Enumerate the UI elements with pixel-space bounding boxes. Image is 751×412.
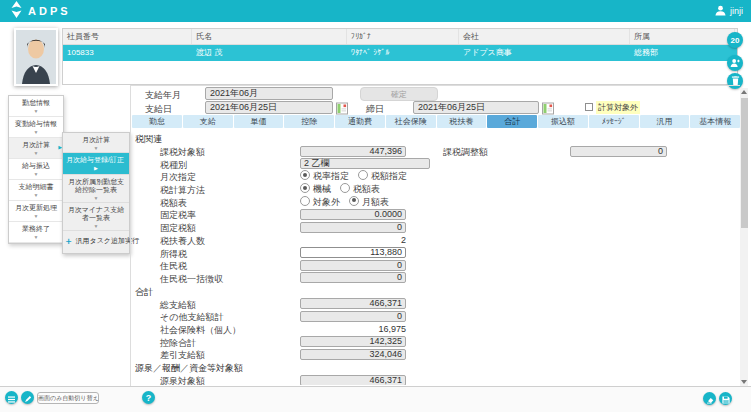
- radio-月額表[interactable]: [349, 196, 359, 206]
- chevron-down-icon: ▼: [9, 171, 63, 177]
- employee-selected-row[interactable]: 105833渡辺 茂ﾜﾀﾅﾍﾞ ｼｹﾞﾙアドプス商事総務部: [63, 45, 737, 61]
- radio-税額指定[interactable]: [358, 170, 368, 180]
- field-源泉対象額: 466,371: [300, 375, 406, 386]
- scrollbar-thumb[interactable]: [741, 98, 748, 228]
- save-button[interactable]: [719, 392, 732, 405]
- sidebar-item-label: 支給明細書: [9, 183, 63, 191]
- sidebar-submenu: 月次計算▼月次給与登録/訂正 ▶月次所属別勤怠支給控除一覧表▼月次マイナス支給者…: [62, 132, 130, 254]
- radio-label: 税額指定: [371, 171, 407, 181]
- question-icon: ?: [146, 393, 152, 403]
- save-icon: [722, 390, 730, 408]
- form-row: 税額表対象外月額表: [132, 196, 738, 209]
- add-employee-button[interactable]: [727, 55, 743, 71]
- form-row: 所得税113,880: [132, 247, 738, 260]
- tab-税扶養[interactable]: 税扶養: [437, 115, 487, 128]
- pay-date-calendar-icon[interactable]: [336, 101, 348, 114]
- form-row: 月次指定税率指定税額指定: [132, 170, 738, 183]
- sidebar-item-給与振込[interactable]: 給与振込▼: [9, 159, 63, 180]
- tab-社会保険[interactable]: 社会保険: [386, 115, 436, 128]
- radio-label: 税率指定: [313, 171, 349, 181]
- scroll-down-arrow[interactable]: [741, 380, 747, 384]
- form-row: 固定税額0: [132, 221, 738, 234]
- submenu-item-月次計算[interactable]: 月次計算▼: [63, 133, 129, 153]
- field-label: 源泉対象額: [160, 375, 205, 385]
- submenu-item-月次所属別勤怠支給控除一覧表[interactable]: 月次所属別勤怠支給控除一覧表▼: [63, 175, 129, 203]
- section-title: 合計: [132, 285, 738, 298]
- plus-icon: ＋: [64, 236, 76, 246]
- user-icon: [715, 2, 726, 20]
- tab-振込額[interactable]: 振込額: [538, 115, 588, 128]
- employee-column-header: 会社: [459, 29, 630, 44]
- tab-合計[interactable]: 合計: [487, 115, 537, 128]
- sidebar-item-月次更新処理[interactable]: 月次更新処理▼: [9, 201, 63, 222]
- submenu-item-label: 月次給与登録/訂正 ▶: [65, 156, 127, 173]
- user-menu[interactable]: jinji: [715, 0, 743, 22]
- sidebar-item-変動給与情報[interactable]: 変動給与情報▼: [9, 117, 63, 138]
- user-name: jinji: [730, 6, 743, 16]
- tab-控除[interactable]: 控除: [284, 115, 334, 128]
- pay-month-field: 2021年06月: [205, 87, 333, 100]
- submenu-item-月次給与登録/訂正[interactable]: 月次給与登録/訂正 ▶: [63, 153, 129, 175]
- tab-勤怠[interactable]: 勤怠: [132, 115, 182, 128]
- submenu-item-label: 月次計算: [65, 136, 127, 145]
- employee-column-header: 社員番号: [63, 29, 192, 44]
- app-header: ADPS jinji: [0, 0, 751, 22]
- submenu-item-月次マイナス支給者一覧表[interactable]: 月次マイナス支給者一覧表▼: [63, 203, 129, 231]
- radio-label: 月額表: [362, 197, 389, 207]
- field-label: 住民税一括徴収: [160, 273, 223, 286]
- radio-対象外[interactable]: [300, 196, 310, 206]
- chevron-down-icon: ▼: [65, 223, 127, 229]
- confirm-button[interactable]: 確定: [360, 87, 438, 101]
- record-count-badge: 20: [727, 32, 743, 48]
- sidebar-item-勤怠情報[interactable]: 勤怠情報▼: [9, 96, 63, 117]
- radio-税額表[interactable]: [340, 183, 350, 193]
- list-view-button[interactable]: [5, 391, 18, 404]
- employee-photo: [14, 28, 58, 86]
- form-row: 税種別2 乙欄: [132, 158, 738, 171]
- field-所得税[interactable]: 113,880: [300, 247, 406, 258]
- form-row: 総支給額466,371: [132, 298, 738, 311]
- field-差引支給額: 324,046: [300, 349, 406, 360]
- field-固定税額: 0: [300, 222, 406, 233]
- app-logo: ADPS: [10, 1, 71, 22]
- sidebar-item-label: 勤怠情報: [9, 99, 63, 107]
- tab-基本情報[interactable]: 基本情報: [690, 115, 740, 128]
- tab-汎用[interactable]: 汎用: [640, 115, 690, 128]
- field-住民税: 0: [300, 260, 406, 271]
- sidebar-item-業務終了[interactable]: 業務終了▼: [9, 222, 63, 243]
- edit-button[interactable]: [21, 391, 34, 404]
- sidebar-item-label: 月次計算: [9, 141, 63, 149]
- field-税種別: 2 乙欄: [300, 158, 430, 169]
- employee-cell: 105833: [63, 45, 192, 61]
- vertical-scrollbar[interactable]: [740, 88, 748, 386]
- tab-ﾒｯｾｰｼﾞ[interactable]: ﾒｯｾｰｼﾞ: [589, 115, 639, 128]
- sidebar-menu: 勤怠情報▼変動給与情報▼月次計算▼▶給与振込▼支給明細書▼月次更新処理▼業務終了…: [8, 95, 64, 244]
- radio-group-税額表: 対象外月額表: [300, 196, 398, 209]
- sidebar-item-月次計算[interactable]: 月次計算▼▶: [9, 138, 63, 159]
- form-row: 源泉対象額466,371: [132, 374, 738, 385]
- employee-cell: 渡辺 茂: [192, 45, 347, 61]
- tab-単価[interactable]: 単価: [234, 115, 284, 128]
- delete-employee-button[interactable]: [727, 73, 743, 89]
- pencil-icon: [24, 389, 32, 407]
- auto-switch-button[interactable]: 画面のみ自動切り替え: [37, 392, 99, 404]
- chevron-down-icon: ▼: [9, 108, 63, 114]
- field-課税調整額: 0: [570, 146, 667, 157]
- close-date-calendar-icon[interactable]: [542, 101, 554, 114]
- exclude-calculation-checkbox[interactable]: [585, 103, 593, 111]
- radio-税率指定[interactable]: [300, 170, 310, 180]
- sidebar-item-支給明細書[interactable]: 支給明細書▼: [9, 180, 63, 201]
- form-row: 控除合計142,325: [132, 336, 738, 349]
- employee-cell: ﾜﾀﾅﾍﾞ ｼｹﾞﾙ: [347, 45, 459, 61]
- chevron-down-icon: ▼: [65, 145, 127, 151]
- employee-column-header: 氏名: [192, 29, 347, 44]
- tab-支給[interactable]: 支給: [183, 115, 233, 128]
- radio-group-税計算方法: 機械税額表: [300, 183, 389, 196]
- clear-button[interactable]: [703, 392, 716, 405]
- tab-通勤費[interactable]: 通勤費: [335, 115, 385, 128]
- radio-機械[interactable]: [300, 183, 310, 193]
- help-button[interactable]: ?: [142, 391, 155, 404]
- form-row: 住民税0: [132, 259, 738, 272]
- scroll-up-arrow[interactable]: [741, 90, 747, 94]
- add-task-button[interactable]: ＋ 汎用タスク追加実行: [63, 231, 129, 253]
